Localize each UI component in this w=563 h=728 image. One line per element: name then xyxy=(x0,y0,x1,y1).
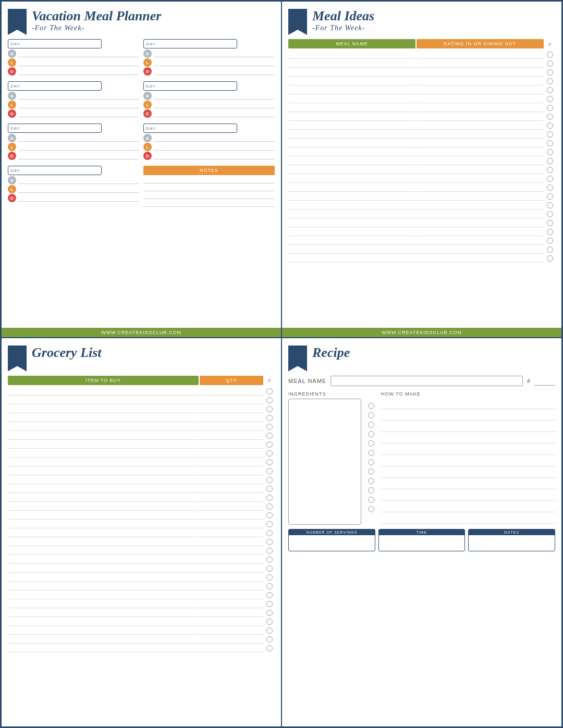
how-line-2 xyxy=(381,410,555,421)
gl-check-30[interactable] xyxy=(266,645,273,651)
mi-check-10[interactable] xyxy=(547,131,553,138)
day-input-1[interactable]: DAY xyxy=(8,39,102,48)
gl-check-21[interactable] xyxy=(266,565,273,572)
notes-content[interactable] xyxy=(469,535,555,551)
gl-check-17[interactable] xyxy=(266,530,273,536)
recipe-circle-7[interactable] xyxy=(368,459,374,465)
gl-check-23[interactable] xyxy=(266,583,273,589)
mi-check-21[interactable] xyxy=(547,229,553,235)
time-content[interactable] xyxy=(379,535,465,551)
mi-row-14 xyxy=(288,166,555,174)
how-line-6 xyxy=(381,456,555,466)
gl-check-6[interactable] xyxy=(266,433,273,439)
gl-check-22[interactable] xyxy=(266,574,273,581)
recipe-circle-4[interactable] xyxy=(368,431,374,437)
mi-check-22[interactable] xyxy=(547,238,553,244)
gl-check-10[interactable] xyxy=(266,468,273,474)
recipe-circle-5[interactable] xyxy=(368,440,374,447)
meal-line-b1 xyxy=(18,50,139,57)
gl-check-3[interactable] xyxy=(266,406,273,412)
recipe-circle-2[interactable] xyxy=(368,412,374,418)
recipe-circle-3[interactable] xyxy=(368,422,374,428)
mi-check-6[interactable] xyxy=(547,96,553,102)
gl-check-29[interactable] xyxy=(266,636,273,643)
mi-check-24[interactable] xyxy=(547,255,553,262)
recipe-title-block: Recipe xyxy=(312,346,350,361)
gl-check-16[interactable] xyxy=(266,521,273,527)
mi-check-13[interactable] xyxy=(547,158,553,164)
day-input-7[interactable]: DAY xyxy=(8,166,102,175)
gl-check-14[interactable] xyxy=(266,503,273,510)
gl-check-19[interactable] xyxy=(266,548,273,554)
recipe-circle-12[interactable] xyxy=(368,506,374,512)
badge-l4: L xyxy=(143,101,152,109)
recipe-circle-9[interactable] xyxy=(368,478,374,484)
gl-check-1[interactable] xyxy=(266,388,273,394)
day-input-4[interactable]: DAY xyxy=(143,81,237,91)
mi-row-18 xyxy=(288,201,555,209)
mi-check-19[interactable] xyxy=(547,211,553,217)
mi-check-3[interactable] xyxy=(547,69,553,76)
mi-row-23 xyxy=(288,245,555,254)
mi-check-23[interactable] xyxy=(547,246,553,253)
mi-row-3 xyxy=(288,68,555,77)
gl-check-4[interactable] xyxy=(266,415,273,421)
recipe-circle-1[interactable] xyxy=(368,403,374,409)
badge-b4: B xyxy=(143,92,152,100)
recipe-circle-8[interactable] xyxy=(368,468,374,475)
gl-check-27[interactable] xyxy=(266,619,273,625)
gl-row-13 xyxy=(8,493,275,502)
mi-check-5[interactable] xyxy=(547,87,553,93)
day-input-3[interactable]: DAY xyxy=(8,81,102,91)
gl-check-25[interactable] xyxy=(266,601,273,607)
day-input-5[interactable]: DAY xyxy=(8,124,102,133)
gl-bookmark xyxy=(8,346,27,372)
mi-check-11[interactable] xyxy=(547,140,553,146)
recipe-meal-name-input[interactable] xyxy=(331,376,522,386)
day-section-7: DAY B L D xyxy=(8,166,139,207)
mi-check-12[interactable] xyxy=(547,149,553,155)
mi-check-4[interactable] xyxy=(547,78,553,84)
mi-bookmark xyxy=(288,9,307,35)
gl-check-24[interactable] xyxy=(266,592,273,598)
recipe-circle-10[interactable] xyxy=(368,487,374,493)
gl-check-12[interactable] xyxy=(266,486,273,492)
day-input-6[interactable]: DAY xyxy=(143,124,237,133)
mi-check-20[interactable] xyxy=(547,220,553,226)
day-input-2[interactable]: DAY xyxy=(143,39,237,48)
gl-check-9[interactable] xyxy=(266,459,273,465)
mi-check-14[interactable] xyxy=(547,167,553,173)
gl-check-7[interactable] xyxy=(266,441,273,448)
gl-check-26[interactable] xyxy=(266,610,273,616)
gl-row-23 xyxy=(8,582,275,590)
mi-check-15[interactable] xyxy=(547,176,553,182)
meal-row-b1: B xyxy=(8,50,139,58)
gl-check-28[interactable] xyxy=(266,627,273,634)
mi-check-17[interactable] xyxy=(547,193,553,200)
gl-row-1 xyxy=(8,387,275,396)
gl-check-8[interactable] xyxy=(266,450,273,456)
gl-check-13[interactable] xyxy=(266,495,273,501)
mi-check-9[interactable] xyxy=(547,122,553,129)
mi-check-18[interactable] xyxy=(547,202,553,208)
vmp-footer: WWW.CREATEKIDSCLUB.COM xyxy=(2,328,281,337)
gl-table-header: ITEM TO BUY QTY ✓ xyxy=(8,376,275,385)
mi-check-8[interactable] xyxy=(547,114,553,120)
mi-main-title: Meal Ideas xyxy=(312,9,374,24)
gl-check-2[interactable] xyxy=(266,397,273,403)
badge-l6: L xyxy=(143,143,152,151)
mi-check-2[interactable] xyxy=(547,60,553,67)
servings-content[interactable] xyxy=(289,535,375,551)
mi-check-16[interactable] xyxy=(547,184,553,191)
ingredients-box[interactable] xyxy=(288,399,361,525)
mi-check-1[interactable] xyxy=(547,52,553,58)
gl-check-5[interactable] xyxy=(266,424,273,430)
mi-subtitle: -For The Week- xyxy=(312,24,374,32)
recipe-circle-6[interactable] xyxy=(368,450,374,456)
gl-check-11[interactable] xyxy=(266,477,273,483)
gl-check-18[interactable] xyxy=(266,539,273,545)
mi-check-7[interactable] xyxy=(547,105,553,111)
gl-check-20[interactable] xyxy=(266,557,273,563)
gl-check-15[interactable] xyxy=(266,512,273,519)
recipe-circle-11[interactable] xyxy=(368,497,374,503)
